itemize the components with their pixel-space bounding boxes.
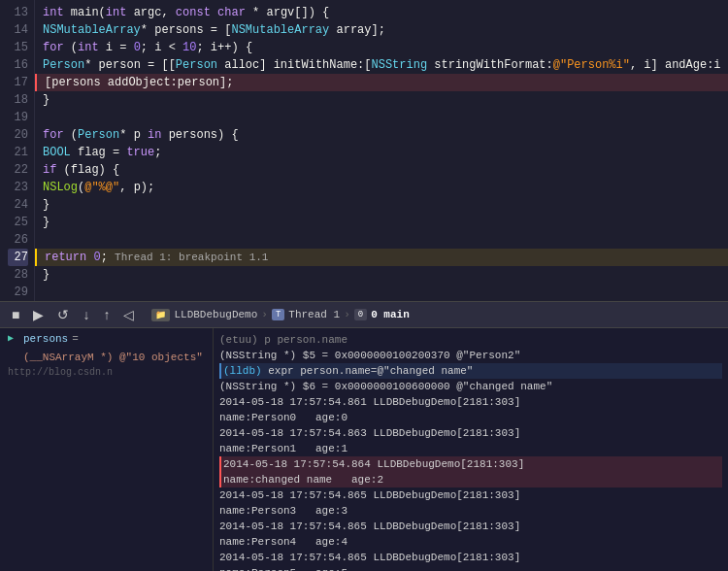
code-line-18: } <box>35 91 728 109</box>
console-line-5: name:Person0 age:0 <box>219 410 722 425</box>
breadcrumb-sep-2: › <box>344 309 350 320</box>
console-line-14: 2014-05-18 17:57:54.865 LLDBDebugDemo[21… <box>219 550 722 565</box>
code-line-24: } <box>35 196 728 214</box>
code-line-19 <box>35 109 728 126</box>
bottom-panel: ▶ persons = (__NSArrayM *) @"10 objects"… <box>0 328 728 571</box>
code-line-21: BOOL flag = true; <box>35 144 728 161</box>
console-line-1: (NSString *) $5 = 0x0000000100200370 @"P… <box>219 348 722 363</box>
code-line-20: for (Person* p in persons) { <box>35 126 728 144</box>
console-panel: (etuu) p person.name (NSString *) $5 = 0… <box>214 328 728 571</box>
console-line-9: name:changed name age:2 <box>219 472 722 487</box>
step-over-button[interactable]: ↓ <box>79 306 93 323</box>
step-out-button[interactable]: ◁ <box>119 306 138 323</box>
breadcrumb-frame: 0 main <box>371 309 410 320</box>
code-line-29 <box>35 284 728 301</box>
breadcrumb-thread: Thread 1 <box>288 309 340 320</box>
code-line-25: } <box>35 214 728 231</box>
var-name-persons: persons <box>23 331 68 347</box>
console-line-10: 2014-05-18 17:57:54.865 LLDBDebugDemo[21… <box>219 487 722 503</box>
breadcrumb-project: LLDBDebugDemo <box>174 309 257 320</box>
console-line-15: name:Person5 age:5 <box>219 565 722 571</box>
breadcrumb-sep-1: › <box>261 309 268 320</box>
line-numbers: 13 14 15 16 17 18 19 20 21 22 23 24 25 2… <box>0 0 35 301</box>
variables-panel: ▶ persons = (__NSArrayM *) @"10 objects"… <box>0 328 214 571</box>
variable-row-persons: ▶ persons = <box>0 328 213 350</box>
console-line-11: name:Person3 age:3 <box>219 503 722 519</box>
console-line-2: (lldb) expr person.name=@"changed name" <box>219 363 722 379</box>
debug-toolbar: ■ ▶ ↺ ↓ ↑ ◁ 📁 LLDBDebugDemo › T Thread 1… <box>0 301 728 328</box>
console-line-7: name:Person1 age:1 <box>219 441 722 456</box>
thread-icon: T <box>272 309 284 320</box>
watermark: http://blog.csdn.n <box>0 365 213 380</box>
console-line-13: name:Person4 age:4 <box>219 534 722 550</box>
code-line-16: Person* person = [[Person alloc] initWit… <box>35 56 728 74</box>
restart-button[interactable]: ↺ <box>53 306 73 323</box>
stop-button[interactable]: ■ <box>8 306 23 323</box>
var-expand-icon: ▶ <box>8 331 19 347</box>
console-line-4: 2014-05-18 17:57:54.861 LLDBDebugDemo[21… <box>219 394 722 410</box>
code-line-26 <box>35 231 728 249</box>
code-line-15: for (int i = 0; i < 10; i++) { <box>35 39 728 56</box>
project-icon: 📁 <box>151 309 170 321</box>
continue-button[interactable]: ▶ <box>29 306 48 323</box>
console-line-8: 2014-05-18 17:57:54.864 LLDBDebugDemo[21… <box>219 456 722 472</box>
code-line-27: return 0; Thread 1: breakpoint 1.1 <box>35 249 728 266</box>
code-area: int main(int argc, const char * argv[]) … <box>35 0 728 301</box>
code-line-22: if (flag) { <box>35 161 728 179</box>
code-line-28: } <box>35 266 728 284</box>
frame-icon: 0 <box>354 309 367 320</box>
code-line-14: NSMutableArray* persons = [NSMutableArra… <box>35 21 728 39</box>
step-into-button[interactable]: ↑ <box>99 306 114 323</box>
code-line-23: NSLog(@"%@", p); <box>35 179 728 196</box>
breadcrumb: 📁 LLDBDebugDemo › T Thread 1 › 0 0 main <box>151 309 409 321</box>
code-line-13: int main(int argc, const char * argv[]) … <box>35 4 728 21</box>
code-editor: 13 14 15 16 17 18 19 20 21 22 23 24 25 2… <box>0 0 728 301</box>
console-line-6: 2014-05-18 17:57:54.863 LLDBDebugDemo[21… <box>219 425 722 441</box>
code-line-17: [persons addObject:person]; <box>35 74 728 91</box>
console-line-0: (etuu) p person.name <box>219 332 722 348</box>
console-line-3: (NSString *) $6 = 0x0000000100600000 @"c… <box>219 379 722 394</box>
console-line-12: 2014-05-18 17:57:54.865 LLDBDebugDemo[21… <box>219 519 722 534</box>
var-value-persons: (__NSArrayM *) @"10 objects" <box>0 350 213 365</box>
thread-info: Thread 1: breakpoint 1.1 <box>115 252 268 263</box>
var-equals: = <box>72 331 79 347</box>
